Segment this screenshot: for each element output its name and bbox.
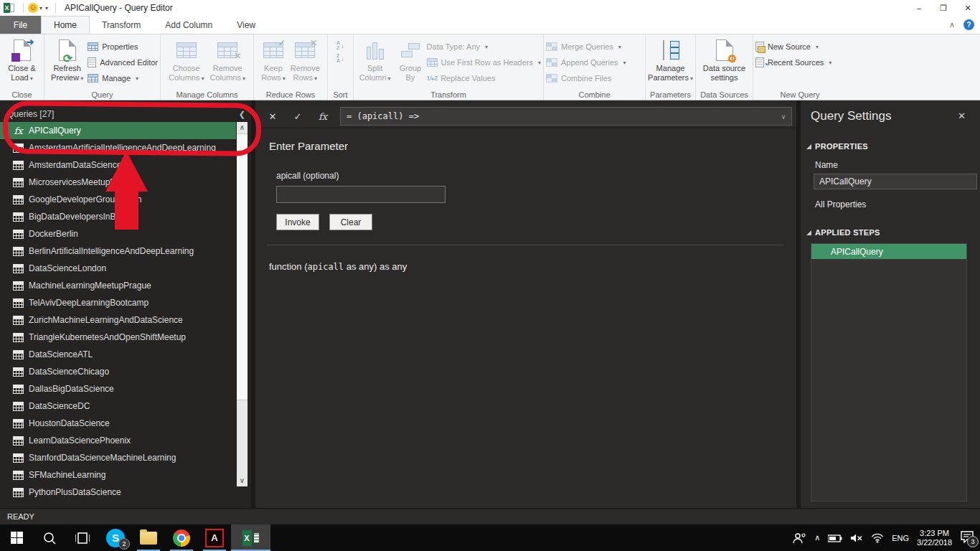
query-list-item[interactable]: BigDataDevelopersInBerlin	[0, 208, 236, 225]
query-list-item[interactable]: AmsterdamArtificialIntelligenceAndDeepLe…	[0, 139, 236, 156]
applied-step-item[interactable]: APICallQuery	[811, 244, 966, 259]
applied-steps-section-header[interactable]: APPLIED STEPS	[806, 228, 980, 237]
formula-text: = (apicall) =>	[347, 111, 419, 121]
clock[interactable]: 3:23 PM 3/22/2018	[917, 529, 952, 547]
query-list-item[interactable]: TelAvivDeepLearningBootcamp	[0, 294, 236, 311]
queries-scrollbar[interactable]: ∧ ∨	[237, 122, 248, 486]
group-by-button[interactable]: Group By	[394, 37, 426, 83]
split-column-button[interactable]: Split Column▾	[356, 37, 394, 83]
append-queries-button[interactable]: Append Queries ▾	[546, 55, 626, 70]
collapse-ribbon-icon[interactable]: ∧	[949, 20, 955, 29]
apicall-input[interactable]	[276, 186, 446, 203]
formula-commit-icon[interactable]: ✓	[290, 111, 306, 122]
tab-file[interactable]: File	[0, 16, 41, 34]
skype-button[interactable]: S 2	[99, 524, 132, 551]
choose-columns-button[interactable]: Choose Columns▾	[169, 37, 204, 83]
recent-sources-button[interactable]: ◔ Recent Sources ▾	[755, 55, 831, 70]
keep-rows-button[interactable]: ✓ Keep Rows▾	[261, 37, 286, 83]
advanced-editor-button[interactable]: Advanced Editor	[88, 55, 158, 70]
query-list-item[interactable]: ZurichMachineLearningAndDataScience	[0, 311, 236, 329]
new-source-button[interactable]: New Source ▾	[755, 39, 831, 55]
file-explorer-button[interactable]	[132, 524, 165, 551]
excel-taskbar-button[interactable]: X	[231, 524, 270, 551]
quick-access-customize-icon[interactable]: ▾	[45, 5, 48, 11]
query-name: DataScienceATL	[29, 349, 93, 359]
properties-button[interactable]: Properties	[88, 39, 158, 55]
use-first-row-as-headers-button[interactable]: Use First Row as Headers ▾	[427, 55, 541, 70]
remove-rows-button[interactable]: ✕ Remove Rows▾	[291, 37, 320, 83]
refresh-preview-button[interactable]: ⟳ Refresh Preview▾	[47, 37, 88, 83]
formula-fx-icon[interactable]: fx	[315, 111, 331, 122]
merge-queries-button[interactable]: Merge Queries ▾	[546, 39, 626, 55]
combine-files-button[interactable]: Combine Files	[546, 70, 626, 86]
table-icon	[13, 195, 24, 204]
query-list-item[interactable]: PythonPlusDataScience	[0, 484, 236, 501]
ribbon-group-transform: Split Column▾ Group By Data Type: Any ▾ …	[354, 34, 544, 100]
query-list-item[interactable]: DataScienceChicago	[0, 363, 236, 380]
tab-home[interactable]: Home	[41, 16, 90, 34]
volume-muted-icon[interactable]	[850, 533, 863, 543]
query-list-item[interactable]: HoustonDataScience	[0, 415, 236, 432]
tab-add-column[interactable]: Add Column	[153, 16, 225, 34]
query-list-item[interactable]: fxAPICallQuery	[0, 122, 236, 139]
scrollbar-thumb[interactable]	[237, 133, 248, 400]
query-list-item[interactable]: DallasBigDataScience	[0, 380, 236, 397]
people-icon[interactable]	[792, 532, 806, 544]
query-list-item[interactable]: BerlinArtificialIntelligenceAndDeepLearn…	[0, 242, 236, 260]
tab-transform[interactable]: Transform	[90, 16, 153, 34]
restore-button[interactable]: ❐	[931, 4, 956, 13]
manage-parameters-button[interactable]: Manage Parameters▾	[648, 37, 693, 83]
close-settings-icon[interactable]: ✕	[958, 110, 966, 121]
query-list-item[interactable]: DataScienceLondon	[0, 260, 236, 277]
query-list-item[interactable]: DockerBerlin	[0, 225, 236, 242]
manage-button[interactable]: Manage ▾	[88, 70, 158, 86]
scrollbar-up-icon[interactable]: ∧	[237, 122, 248, 133]
query-list-item[interactable]: SFMachineLearning	[0, 466, 236, 484]
clear-button[interactable]: Clear	[329, 214, 372, 230]
sort-ascending-button[interactable]: AZ↓	[336, 39, 344, 52]
minimize-button[interactable]: –	[907, 4, 931, 13]
query-list-item[interactable]: DataScienceATL	[0, 346, 236, 363]
formula-input[interactable]: = (apicall) => ∨	[340, 107, 792, 126]
smiley-dropdown-icon[interactable]: ▾	[39, 5, 42, 11]
query-list-item[interactable]: MicroservicesMeetupBerlin	[0, 174, 236, 191]
search-button[interactable]	[33, 524, 66, 551]
query-list-item[interactable]: GoogleDeveloperGroupBerlin	[0, 191, 236, 208]
all-properties-link[interactable]: All Properties	[815, 199, 980, 209]
close-button[interactable]: ✕	[956, 4, 980, 13]
table-icon	[13, 453, 24, 463]
task-view-button[interactable]	[66, 524, 99, 551]
query-list-item[interactable]: TriangleKubernetesAndOpenShiftMeetup	[0, 329, 236, 346]
language-indicator[interactable]: ENG	[892, 534, 909, 542]
remove-columns-button[interactable]: ✕ Remove Columns▾	[210, 37, 245, 83]
query-list-item[interactable]: AmsterdamDataScience	[0, 156, 236, 174]
formula-cancel-icon[interactable]: ✕	[265, 111, 281, 122]
battery-icon[interactable]	[828, 534, 842, 542]
acrobat-button[interactable]: A	[198, 524, 231, 551]
sort-descending-button[interactable]: ZA↓	[336, 52, 344, 65]
tab-view[interactable]: View	[225, 16, 268, 34]
wifi-icon[interactable]	[871, 533, 884, 543]
table-icon	[13, 143, 24, 153]
query-name: APICallQuery	[29, 126, 81, 136]
query-list-item[interactable]: MachineLearningMeetupPrague	[0, 277, 236, 294]
query-list-item[interactable]: DataScienceDC	[0, 397, 236, 415]
query-list-item[interactable]: StanfordDataScienceMachineLearning	[0, 449, 236, 466]
replace-values-button[interactable]: 1↳2 Replace Values	[427, 70, 541, 86]
properties-section-header[interactable]: PROPERTIES	[806, 142, 980, 151]
data-type-button[interactable]: Data Type: Any ▾	[427, 39, 541, 55]
data-source-settings-button[interactable]: ⚙ Data source settings	[703, 37, 745, 83]
action-center-button[interactable]: 3	[960, 530, 976, 546]
chrome-button[interactable]	[165, 524, 198, 551]
query-name-input[interactable]	[814, 174, 977, 189]
feedback-smiley-icon[interactable]: ☺	[28, 3, 38, 13]
help-icon[interactable]: ?	[963, 19, 974, 30]
invoke-button[interactable]: Invoke	[276, 214, 319, 230]
query-list-item[interactable]: LearnDataSciencePhoenix	[0, 432, 236, 449]
close-and-load-button[interactable]: ➜ Close & Load▾	[8, 37, 36, 83]
scrollbar-down-icon[interactable]: ∨	[237, 475, 248, 486]
start-button[interactable]	[0, 524, 33, 551]
collapse-queries-panel-icon[interactable]: ❮	[239, 110, 245, 119]
tray-expand-icon[interactable]: ∧	[814, 533, 820, 542]
formula-expand-icon[interactable]: ∨	[781, 113, 786, 121]
